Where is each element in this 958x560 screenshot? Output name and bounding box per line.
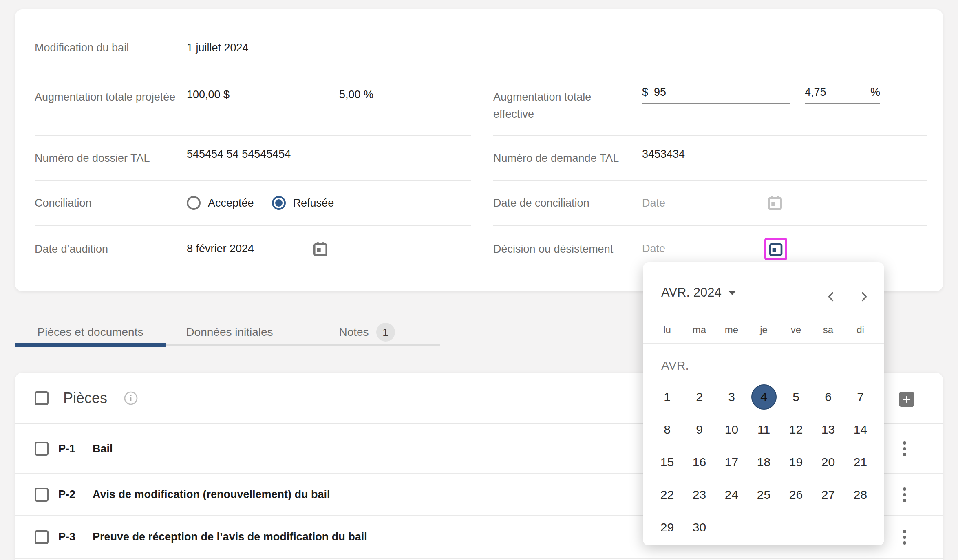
form-column-right: Augmentation totale effective $ 95 4,75 … bbox=[493, 9, 927, 272]
calendar-day[interactable]: 6 bbox=[812, 381, 844, 413]
weekday-label: je bbox=[748, 320, 780, 340]
tab-notes[interactable]: Notes 1 bbox=[294, 319, 440, 346]
augmentation-effective-pourcentage-input[interactable]: 4,75 % bbox=[805, 86, 880, 104]
calendar-day[interactable]: 11 bbox=[748, 413, 780, 446]
next-month-nav bbox=[855, 288, 873, 306]
form-column-left: Modification du bail 1 juillet 2024 Augm… bbox=[35, 9, 471, 272]
calendar-day[interactable]: 21 bbox=[844, 446, 876, 478]
piece-code: P-2 bbox=[58, 488, 85, 501]
weekday-label: sa bbox=[812, 320, 844, 340]
calendar-day[interactable]: 7 bbox=[844, 381, 876, 413]
calendar-day[interactable]: 30 bbox=[683, 511, 715, 544]
weekday-label: di bbox=[844, 320, 876, 340]
radio-refusee[interactable]: Refusée bbox=[272, 196, 334, 210]
piece-title: Avis de modification (renouvellement) du… bbox=[93, 488, 330, 501]
row-menu-kebab-icon[interactable] bbox=[901, 485, 909, 505]
calendar-day[interactable]: 5 bbox=[780, 381, 812, 413]
calendar-day-grid: 1 2 3 4 5 6 7 8 9 10 11 12 13 14 15 16 1… bbox=[651, 381, 876, 544]
plus-icon bbox=[902, 395, 912, 404]
chevron-right-icon[interactable] bbox=[855, 288, 873, 306]
date-audition-value: 8 février 2024 bbox=[187, 243, 312, 255]
pieces-section-title: Pièces bbox=[63, 390, 107, 407]
calendar-day[interactable]: 27 bbox=[812, 478, 844, 511]
augmentation-projetee-pourcentage: 5,00 % bbox=[339, 88, 373, 101]
augmentation-effective-montant-input[interactable]: $ 95 bbox=[642, 86, 790, 104]
radio-acceptee[interactable]: Acceptée bbox=[187, 196, 254, 210]
row-checkbox[interactable] bbox=[35, 442, 49, 456]
calendar-day[interactable]: 29 bbox=[651, 511, 683, 544]
row-checkbox[interactable] bbox=[35, 488, 49, 502]
piece-code: P-3 bbox=[58, 531, 85, 543]
form-row-modification-bail: Modification du bail 1 juillet 2024 bbox=[35, 9, 471, 75]
calendar-day[interactable]: 14 bbox=[844, 413, 876, 446]
numero-demande-input[interactable]: 3453434 bbox=[642, 148, 790, 165]
weekday-header-row: lu ma me je ve sa di bbox=[651, 320, 876, 340]
row-menu-kebab-icon[interactable] bbox=[901, 527, 909, 547]
calendar-day[interactable]: 22 bbox=[651, 478, 683, 511]
calendar-divider bbox=[643, 343, 884, 344]
field-label: Modification du bail bbox=[35, 39, 187, 56]
form-row-augmentation-projetee: Augmentation totale projetée 100,00 $ 5,… bbox=[35, 75, 471, 136]
percent-suffix: % bbox=[870, 86, 880, 99]
calendar-day[interactable]: 19 bbox=[780, 446, 812, 478]
tab-label: Pièces et documents bbox=[38, 326, 143, 339]
field-label: Date d’audition bbox=[35, 240, 187, 258]
conciliation-radio-group: Acceptée Refusée bbox=[187, 196, 334, 210]
field-label: Conciliation bbox=[35, 194, 187, 212]
radio-unselected-icon[interactable] bbox=[187, 196, 201, 210]
highlighted-calendar-button[interactable] bbox=[764, 238, 787, 260]
field-label: Augmentation totale projetée bbox=[35, 88, 187, 106]
radio-label: Acceptée bbox=[208, 197, 254, 209]
info-icon[interactable] bbox=[124, 391, 138, 406]
active-tab-indicator bbox=[15, 343, 166, 347]
calendar-day[interactable]: 17 bbox=[715, 446, 748, 478]
row-menu-kebab-icon[interactable] bbox=[901, 439, 909, 459]
chevron-left-icon[interactable] bbox=[822, 288, 840, 306]
calendar-day[interactable]: 23 bbox=[683, 478, 715, 511]
numero-dossier-input[interactable]: 545454 54 54545454 bbox=[187, 148, 334, 165]
select-all-checkbox[interactable] bbox=[35, 391, 49, 405]
calendar-day[interactable]: 28 bbox=[844, 478, 876, 511]
calendar-day[interactable]: 15 bbox=[651, 446, 683, 478]
dropdown-caret-icon bbox=[728, 291, 736, 295]
date-conciliation-placeholder[interactable]: Date bbox=[642, 197, 766, 209]
tab-donnees-initiales[interactable]: Données initiales bbox=[166, 319, 294, 346]
calendar-day[interactable]: 24 bbox=[715, 478, 748, 511]
calendar-icon[interactable] bbox=[768, 241, 784, 257]
calendar-day-selected[interactable]: 4 bbox=[748, 381, 780, 413]
tab-pieces-documents[interactable]: Pièces et documents bbox=[15, 319, 166, 346]
form-row-numero-dossier: Numéro de dossier TAL 545454 54 54545454 bbox=[35, 136, 471, 181]
piece-code: P-1 bbox=[58, 443, 85, 455]
weekday-label: ma bbox=[683, 320, 715, 340]
month-year-selector[interactable]: AVR. 2024 bbox=[661, 285, 736, 300]
calendar-day[interactable]: 1 bbox=[651, 381, 683, 413]
tab-label: Données initiales bbox=[186, 326, 273, 339]
calendar-day[interactable]: 3 bbox=[715, 381, 748, 413]
calendar-day[interactable]: 18 bbox=[748, 446, 780, 478]
form-row-date-conciliation: Date de conciliation Date bbox=[493, 181, 927, 226]
calendar-day[interactable]: 26 bbox=[780, 478, 812, 511]
row-checkbox[interactable] bbox=[35, 530, 49, 544]
case-details-card: Modification du bail 1 juillet 2024 Augm… bbox=[15, 9, 943, 291]
calendar-day[interactable]: 13 bbox=[812, 413, 844, 446]
decision-date-placeholder[interactable]: Date bbox=[642, 243, 764, 255]
calendar-day[interactable]: 9 bbox=[683, 413, 715, 446]
weekday-label: lu bbox=[651, 320, 683, 340]
calendar-day[interactable]: 10 bbox=[715, 413, 748, 446]
calendar-day[interactable]: 12 bbox=[780, 413, 812, 446]
field-label: Date de conciliation bbox=[493, 194, 642, 212]
calendar-day[interactable]: 2 bbox=[683, 381, 715, 413]
add-piece-button[interactable] bbox=[899, 392, 914, 407]
calendar-day[interactable]: 20 bbox=[812, 446, 844, 478]
form-row-numero-demande: Numéro de demande TAL 3453434 bbox=[493, 136, 927, 181]
weekday-label: me bbox=[715, 320, 748, 340]
calendar-day[interactable]: 8 bbox=[651, 413, 683, 446]
field-label: Augmentation totale effective bbox=[493, 88, 642, 123]
calendar-icon[interactable] bbox=[766, 194, 784, 212]
currency-prefix: $ bbox=[642, 86, 648, 99]
calendar-icon[interactable] bbox=[312, 240, 329, 258]
lease-case-screen: Modification du bail 1 juillet 2024 Augm… bbox=[0, 0, 958, 560]
calendar-day[interactable]: 25 bbox=[748, 478, 780, 511]
radio-selected-icon[interactable] bbox=[272, 196, 286, 210]
calendar-day[interactable]: 16 bbox=[683, 446, 715, 478]
